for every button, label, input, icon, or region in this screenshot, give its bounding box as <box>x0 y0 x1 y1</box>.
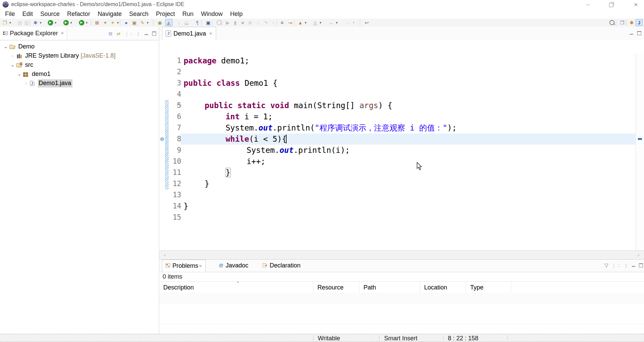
column-header-path[interactable]: Path <box>359 282 420 293</box>
minimize-editor-icon[interactable] <box>628 30 635 37</box>
minimize-view-icon[interactable] <box>143 30 150 37</box>
close-icon[interactable]: ✕ <box>61 31 64 36</box>
column-header-resource[interactable]: Resource <box>313 282 359 293</box>
debug-dropdown-icon[interactable]: ▾ <box>39 21 42 24</box>
close-icon[interactable]: ✕ <box>209 31 212 36</box>
forward-history-dropdown-icon[interactable]: ▾ <box>352 21 355 24</box>
menu-file[interactable]: File <box>1 11 19 18</box>
menu-refactor[interactable]: Refactor <box>63 11 94 18</box>
tab-problems[interactable]: Problems✕ <box>162 260 206 272</box>
menu-project[interactable]: Project <box>152 11 179 18</box>
search-icon[interactable] <box>608 19 616 26</box>
focus-icon[interactable]: ∴ <box>128 30 135 37</box>
suspend-icon[interactable]: ▮ <box>232 19 239 26</box>
window-restore-button[interactable] <box>604 0 619 9</box>
chevron-expanded-icon[interactable]: ⌄ <box>3 44 8 49</box>
clipboard-icon[interactable]: ▣ <box>131 19 138 26</box>
chevron-expanded-icon[interactable]: ⌄ <box>10 62 15 67</box>
editor-tab-demo1[interactable]: J Demo1.java ✕ <box>162 27 216 40</box>
column-header-location[interactable]: Location <box>420 282 466 293</box>
menu-help[interactable]: Help <box>226 11 246 18</box>
show-source-icon[interactable]: ⬓ <box>183 19 190 26</box>
disconnect-icon[interactable]: ⊘ <box>247 19 254 26</box>
use-step-filters-icon[interactable]: ↝ <box>287 19 294 26</box>
coverage-icon[interactable]: ▶ <box>62 19 69 26</box>
focus-icon[interactable]: ∴ <box>615 262 622 269</box>
tree-item-src[interactable]: ⌄src <box>0 60 159 69</box>
code-viewport[interactable]: − 1package demo1;23public class Demo1 {4… <box>159 40 644 250</box>
forward-history-icon[interactable]: → <box>345 19 352 26</box>
save-icon[interactable]: ▤ <box>16 19 23 26</box>
debug-perspective-icon[interactable]: ✱ <box>628 19 635 26</box>
menu-window[interactable]: Window <box>197 11 226 18</box>
java-perspective-icon[interactable]: J <box>636 19 643 26</box>
new-wizard-star-icon[interactable]: ✶ <box>109 19 116 26</box>
scroll-right-icon[interactable]: › <box>638 252 639 258</box>
run-dropdown-icon[interactable]: ▾ <box>54 21 57 24</box>
new-java-package-icon[interactable]: ✦ <box>102 19 109 26</box>
menu-navigate[interactable]: Navigate <box>94 11 125 18</box>
step-return-icon[interactable]: ↑ <box>270 19 277 26</box>
collapse-all-icon[interactable]: ⊟ <box>107 30 114 37</box>
back-history-icon[interactable]: ← <box>328 19 335 26</box>
table-row[interactable] <box>159 314 644 324</box>
menu-search[interactable]: Search <box>125 11 152 18</box>
show-whitespace-icon[interactable]: ¶ <box>194 19 201 26</box>
window-minimize-button[interactable] <box>580 0 596 9</box>
open-perspective-icon[interactable]: ❐ <box>619 19 626 26</box>
menu-source[interactable]: Source <box>37 11 63 18</box>
overview-marker[interactable] <box>638 138 642 140</box>
new-wizard-star-dropdown-icon[interactable]: ▾ <box>116 21 120 24</box>
maximize-view-icon[interactable] <box>638 262 644 269</box>
tab-declaration[interactable]: Declaration <box>259 260 304 271</box>
chevron-collapsed-icon[interactable]: › <box>10 53 15 58</box>
overview-ruler[interactable] <box>636 53 644 250</box>
mark-occurrences-icon[interactable]: ◭ <box>165 19 172 26</box>
step-into-icon[interactable]: ↓ <box>255 19 262 26</box>
external-tools-dropdown-icon[interactable]: ▾ <box>85 21 88 24</box>
new-wizard-dropdown-icon[interactable]: ▾ <box>8 21 12 24</box>
tab-javadoc[interactable]: @Javadoc <box>215 260 251 271</box>
open-console-icon[interactable]: ▣ <box>205 19 212 26</box>
run-last-launched-dropdown-icon[interactable]: ▾ <box>304 21 307 24</box>
horizontal-scrollbar[interactable]: ‹ › <box>159 250 644 259</box>
chevron-expanded-icon[interactable]: ⌄ <box>17 72 22 77</box>
menu-edit[interactable]: Edit <box>19 11 37 18</box>
last-edit-location-icon[interactable]: ↩ <box>363 19 370 26</box>
debug-last-launched-dropdown-icon[interactable]: ▾ <box>319 21 322 24</box>
new-java-project-icon[interactable]: ⊞ <box>94 19 101 26</box>
debug-last-launched-icon[interactable]: △ <box>312 19 319 26</box>
chevron-collapsed-icon[interactable]: › <box>24 81 28 86</box>
view-menu-icon[interactable]: ⋮ <box>135 30 142 37</box>
tree-item-demo[interactable]: ⌄Demo <box>0 42 159 51</box>
filter-icon[interactable]: ▽ <box>603 262 610 269</box>
link-with-editor-icon[interactable]: ⇄ <box>115 30 122 37</box>
menu-run[interactable]: Run <box>179 11 197 18</box>
debug-icon[interactable]: ✱ <box>32 19 39 26</box>
run-last-launched-icon[interactable]: ▲ <box>297 19 304 26</box>
package-explorer-tab[interactable]: Package Explorer ✕ <box>0 27 67 40</box>
save-all-icon[interactable]: ▥ <box>23 19 30 26</box>
maximize-view-icon[interactable] <box>151 30 158 37</box>
breakpoint-icon[interactable] <box>160 137 164 141</box>
open-type-icon[interactable]: ● <box>123 19 130 26</box>
run-icon[interactable]: ▶ <box>47 19 54 26</box>
minimize-view-icon[interactable] <box>630 262 637 269</box>
maximize-editor-icon[interactable] <box>636 30 643 37</box>
table-row[interactable] <box>159 293 644 303</box>
external-tools-icon[interactable]: ▶ <box>78 19 85 26</box>
scroll-left-icon[interactable]: ‹ <box>164 252 166 258</box>
coverage-dropdown-icon[interactable]: ▾ <box>69 21 73 24</box>
close-icon[interactable]: ✕ <box>199 264 202 268</box>
open-task-icon[interactable]: ◉ <box>156 19 163 26</box>
terminate-icon[interactable]: ■ <box>239 19 246 26</box>
step-filters-icon[interactable]: ≡ <box>278 19 286 26</box>
tree-item-demo1[interactable]: ⌄demo1 <box>0 69 159 79</box>
annotate-dropdown-icon[interactable]: ▾ <box>146 21 149 24</box>
tree-item-jre-system-library[interactable]: ›JRE System Library [JavaSE-1.8] <box>0 51 159 60</box>
column-header-description[interactable]: Description⌃ <box>159 282 313 293</box>
new-wizard-icon[interactable]: ❐ <box>1 19 8 26</box>
tree-item-demo1-java[interactable]: ›JDemo1.java <box>0 79 159 88</box>
window-close-button[interactable]: ✕ <box>628 0 644 9</box>
annotate-icon[interactable]: ✎ <box>139 19 146 26</box>
